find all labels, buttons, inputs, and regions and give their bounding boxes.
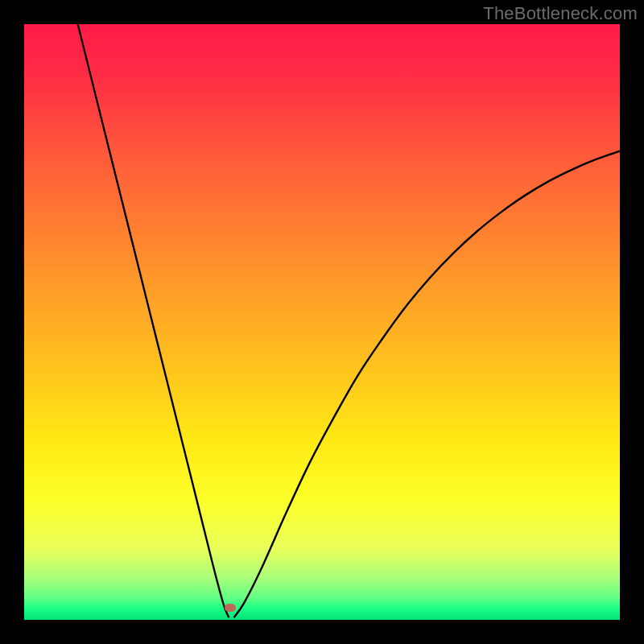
watermark-text: TheBottleneck.com xyxy=(483,3,638,24)
chart-frame: TheBottleneck.com xyxy=(0,0,644,644)
curve-right-branch xyxy=(234,151,620,617)
optimum-marker xyxy=(225,604,236,612)
bottleneck-curve-svg xyxy=(24,24,620,620)
curve-left-branch xyxy=(78,24,229,617)
